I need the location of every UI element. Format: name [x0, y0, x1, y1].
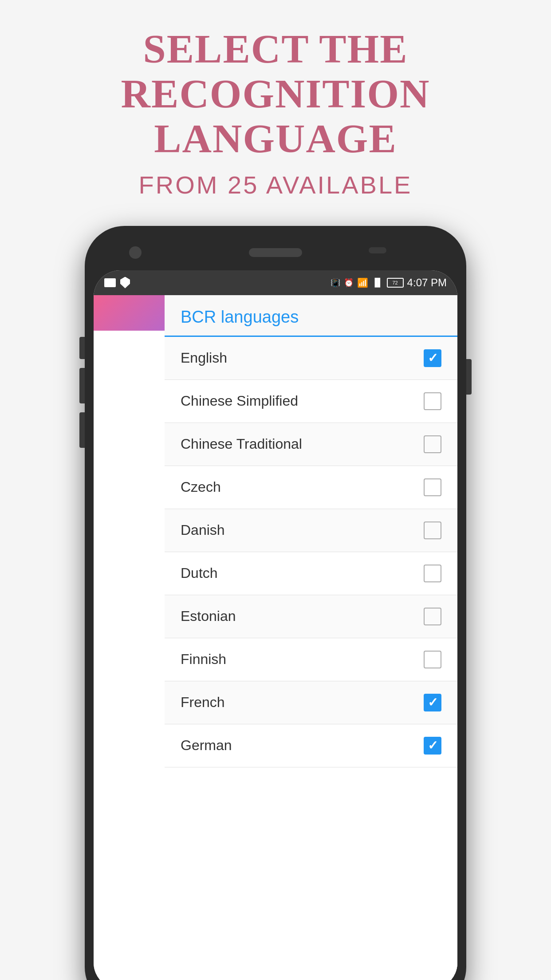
notification-icon: [104, 278, 116, 287]
language-name: Chinese Simplified: [181, 393, 298, 409]
language-name: Estonian: [181, 608, 236, 624]
phone-screen: 📳 ⏰ 📶 ▐▌ 72 4:07 PM BCR languages: [94, 270, 457, 980]
language-item[interactable]: Czech: [165, 466, 457, 509]
earpiece-speaker: [249, 248, 302, 257]
language-name: English: [181, 350, 227, 366]
language-item[interactable]: German: [165, 724, 457, 767]
language-checkbox[interactable]: [424, 694, 441, 711]
status-left-icons: [104, 277, 130, 288]
language-item[interactable]: Dutch: [165, 552, 457, 595]
language-name: Czech: [181, 479, 221, 495]
language-item[interactable]: French: [165, 681, 457, 724]
background-app: [94, 295, 165, 331]
language-name: German: [181, 737, 232, 754]
dialog-header: BCR languages: [165, 295, 457, 337]
page-subtitle: from 25 available: [27, 170, 524, 199]
language-checkbox[interactable]: [424, 392, 441, 410]
page-title: Select the recognition language: [27, 27, 524, 162]
language-item[interactable]: English: [165, 337, 457, 380]
front-camera: [129, 246, 142, 259]
language-item[interactable]: Danish: [165, 509, 457, 552]
dialog-container: BCR languages EnglishChinese SimplifiedC…: [165, 295, 457, 980]
wifi-icon: 📶: [357, 277, 368, 288]
language-name: Dutch: [181, 565, 218, 581]
phone-mockup: 📳 ⏰ 📶 ▐▌ 72 4:07 PM BCR languages: [0, 226, 551, 980]
language-name: Finnish: [181, 651, 226, 668]
status-time: 4:07 PM: [407, 277, 447, 289]
volume-down-button: [79, 412, 85, 448]
status-right-area: 📳 ⏰ 📶 ▐▌ 72 4:07 PM: [331, 277, 447, 289]
language-checkbox[interactable]: [424, 435, 441, 453]
language-checkbox[interactable]: [424, 522, 441, 539]
language-item[interactable]: Finnish: [165, 638, 457, 681]
alarm-icon: ⏰: [344, 278, 354, 288]
volume-up-button: [79, 368, 85, 403]
language-list: EnglishChinese SimplifiedChinese Traditi…: [165, 337, 457, 767]
power-button: [466, 359, 472, 395]
language-item[interactable]: Estonian: [165, 595, 457, 638]
page-header: Select the recognition language from 25 …: [0, 0, 551, 217]
phone-frame: 📳 ⏰ 📶 ▐▌ 72 4:07 PM BCR languages: [85, 226, 466, 980]
vibrate-icon: 📳: [331, 278, 340, 288]
language-checkbox[interactable]: [424, 565, 441, 582]
security-icon: [120, 277, 130, 288]
language-checkbox[interactable]: [424, 608, 441, 625]
phone-top-bar: [94, 235, 457, 270]
status-bar: 📳 ⏰ 📶 ▐▌ 72 4:07 PM: [94, 270, 457, 295]
language-name: French: [181, 694, 225, 711]
screen-content: BCR languages EnglishChinese SimplifiedC…: [94, 295, 457, 980]
language-name: Chinese Traditional: [181, 436, 302, 452]
language-name: Danish: [181, 522, 225, 538]
language-checkbox[interactable]: [424, 651, 441, 668]
language-checkbox[interactable]: [424, 737, 441, 755]
proximity-sensor: [369, 247, 386, 253]
signal-icon: ▐▌: [372, 278, 383, 287]
silent-button: [79, 337, 85, 359]
language-item[interactable]: Chinese Traditional: [165, 423, 457, 466]
battery-icon: 72: [387, 278, 404, 288]
language-checkbox[interactable]: [424, 349, 441, 367]
language-checkbox[interactable]: [424, 478, 441, 496]
dialog-title: BCR languages: [181, 308, 441, 327]
language-item[interactable]: Chinese Simplified: [165, 380, 457, 423]
